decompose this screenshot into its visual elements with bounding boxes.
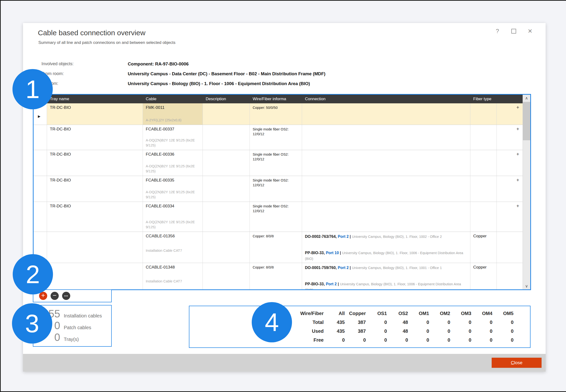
connection-entry: PP-BIO-33, Port 2 | University Campus, B… — [305, 281, 469, 289]
table-row[interactable]: TR-DC-BIO FCABLE-00335A-DQ(ZN)B2Y 12E 9/… — [34, 176, 523, 202]
tray-name: TR-DC-BIO — [50, 105, 142, 110]
summary-value: 387 — [345, 320, 366, 325]
connection-location: University Campus, Biology (BIO), 1. Flo… — [352, 266, 442, 270]
maximize-icon[interactable] — [510, 27, 518, 35]
summary-value: 0 — [450, 320, 471, 325]
fiber-type — [473, 105, 496, 105]
description-cell — [203, 202, 250, 232]
summary-value: 0 — [429, 337, 450, 343]
port-link[interactable]: Port 2 — [338, 266, 349, 270]
column-header-wire-fiber[interactable]: Wire/Fiber informa — [250, 95, 302, 103]
summary-row-label: Free — [189, 337, 324, 343]
connection-device: PP-BIO-33, — [305, 251, 325, 255]
tray-name: TR-DC-BIO — [50, 177, 142, 183]
expand-row-button[interactable]: + — [516, 150, 519, 157]
table-row[interactable]: TR-DC-BIO FCABLE-00337A-DQ(ZN)B2Y 12E 9/… — [34, 125, 523, 150]
wire-fiber-info: Copper: 8/0/8 — [253, 233, 301, 238]
connection-device: DO-0002-763/764, — [305, 235, 337, 238]
grid-toolbar: + − ••• — [33, 289, 112, 302]
from-room-label: From room: — [41, 71, 128, 76]
row-selector[interactable] — [34, 202, 47, 232]
add-button[interactable]: + — [39, 292, 47, 300]
dialog-title: Cable based connection overview — [38, 29, 146, 37]
summary-value: 435 — [324, 328, 345, 334]
info-row-to: To room: University Campus - Biology (BI… — [41, 81, 325, 86]
wire-fiber-info: Single mode fiber OS2: 12/0/12 — [253, 126, 301, 137]
table-row[interactable]: TR-DC-BIO FCABLE-00336A-DQ(ZN)B2Y 12E 9/… — [34, 150, 523, 176]
description-cell — [203, 150, 250, 176]
expand-row-button[interactable]: + — [516, 202, 519, 209]
info-row-involved: Involved objects: Component: RA-97-BIO-0… — [41, 61, 325, 67]
wire-fiber-info: Single mode fiber OS2: 12/0/12 — [253, 152, 301, 162]
summary-value: 0 — [429, 328, 450, 334]
remove-button[interactable]: − — [51, 292, 59, 300]
summary-value: 0 — [471, 337, 492, 343]
callout-2: 2 — [13, 254, 53, 294]
summary-value: 48 — [387, 320, 408, 325]
column-header-connection[interactable]: Connection — [302, 95, 470, 103]
close-button[interactable]: Close — [491, 357, 542, 368]
expand-row-button[interactable]: + — [516, 104, 519, 110]
connection-cell — [302, 103, 470, 125]
row-selector[interactable] — [34, 125, 47, 150]
cable-name: FCABLE-00335 — [146, 177, 202, 183]
scroll-up-icon[interactable]: ∧ — [523, 95, 530, 101]
column-header-cable[interactable]: Cable — [143, 95, 203, 103]
fiber-type: Copper — [473, 265, 496, 270]
row-selector[interactable] — [34, 150, 47, 176]
summary-col-os1: OS1 — [366, 311, 387, 316]
counter-label: Patch cables — [64, 325, 91, 330]
grid-header: ✳ Tray name Cable Description Wire/Fiber… — [34, 95, 523, 103]
fiber-type — [473, 177, 496, 178]
wire-fiber-summary: Wire/Fiber All Copper OS1 OS2 OM1 OM2 OM… — [189, 306, 531, 348]
summary-row-total: Total 435 387 0 48 0 0 0 0 0 — [189, 318, 530, 327]
table-row[interactable]: CCABLE-01356Installation Cable CAT7 Copp… — [34, 232, 523, 263]
involved-objects-value: Component: RA-97-BIO-0006 — [128, 61, 189, 67]
involved-objects-label: Involved objects: — [41, 61, 128, 67]
connection-location: University Campus, Biology (BIO), 1. Flo… — [352, 235, 442, 238]
screen: Cable based connection overview Summary … — [0, 0, 566, 392]
connection-separator: | — [350, 235, 351, 238]
fiber-type — [473, 126, 496, 127]
vertical-scrollbar[interactable]: ∧ ∨ — [523, 95, 530, 289]
summary-value: 387 — [345, 328, 366, 334]
help-icon[interactable]: ? — [493, 27, 501, 35]
callout-1: 1 — [13, 69, 53, 109]
connection-separator: | — [338, 282, 339, 286]
expand-row-button[interactable]: + — [516, 125, 519, 132]
column-header-tray-name[interactable]: Tray name — [47, 95, 143, 103]
callout-3: 3 — [12, 303, 52, 344]
row-selector[interactable] — [34, 176, 47, 202]
port-link[interactable]: Port 2 — [326, 282, 337, 286]
summary-col-om2: OM2 — [429, 311, 450, 316]
column-header-description[interactable]: Description — [203, 95, 250, 103]
wire-fiber-info: Copper: 50/0/50 — [253, 105, 301, 110]
cable-name: FCABLE-00336 — [146, 152, 202, 157]
close-icon[interactable]: ✕ — [526, 27, 534, 35]
connections-grid: ✳ Tray name Cable Description Wire/Fiber… — [33, 94, 531, 290]
port-link[interactable]: Port 2 — [338, 235, 349, 238]
table-row[interactable]: TR-DC-BIO FCABLE-00334A-DQ(ZN)B2Y 12E 9/… — [34, 202, 523, 232]
fiber-type — [473, 203, 496, 204]
port-link[interactable]: Port 10 — [326, 251, 339, 255]
tray-name — [50, 233, 142, 234]
more-options-button[interactable]: ••• — [62, 292, 70, 300]
scrollbar-thumb[interactable] — [523, 102, 530, 140]
fiber-type: Copper — [473, 233, 496, 238]
cable-name: FCABLE-00334 — [146, 203, 202, 209]
connection-cell — [302, 125, 470, 150]
grid-body: ▶ TR-DC-BIO FMK-0011A-2YF(L)2Y (25x2x0,6… — [34, 103, 523, 289]
table-row[interactable]: CCABLE-01348Installation Cable CAT7 Copp… — [34, 263, 523, 289]
table-row[interactable]: ▶ TR-DC-BIO FMK-0011A-2YF(L)2Y (25x2x0,6… — [34, 103, 523, 125]
scroll-down-icon[interactable]: ∨ — [523, 283, 530, 289]
column-header-fiber-type[interactable]: Fiber type — [470, 95, 497, 103]
connection-entry: PP-BIO-33, Port 10 | University Campus, … — [305, 250, 469, 262]
summary-row-free: Free 0 0 0 0 0 0 0 0 0 — [189, 336, 530, 345]
expand-row-button[interactable]: + — [516, 176, 519, 183]
tray-name: TR-DC-BIO — [50, 203, 142, 209]
current-row-marker-icon: ▶ — [38, 114, 41, 118]
wire-fiber-info: Single mode fiber OS2: 12/0/12 — [253, 177, 301, 188]
connection-cell: DO-0001-759/760, Port 2 | University Cam… — [302, 263, 470, 289]
summary-value: 0 — [324, 337, 345, 343]
description-cell — [203, 176, 250, 202]
